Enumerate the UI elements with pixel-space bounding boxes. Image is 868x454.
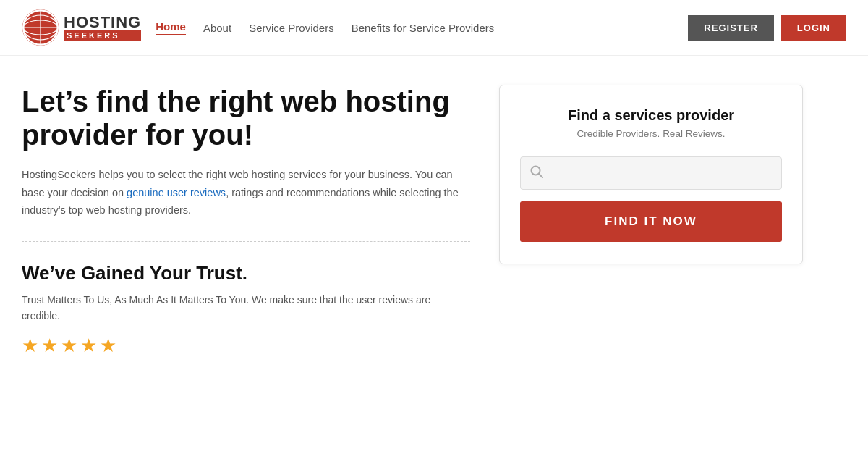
right-column: Find a services provider Credible Provid… xyxy=(499,85,803,357)
navbar: HOSTING SEEKERS Home About Service Provi… xyxy=(0,0,868,56)
star-2: ★ xyxy=(41,335,58,357)
register-button[interactable]: REGISTER xyxy=(688,15,773,41)
nav-links: Home About Service Providers Benefits fo… xyxy=(156,20,688,35)
hero-description: HostingSeekers helps you to select the r… xyxy=(22,166,470,219)
logo-hosting: HOSTING xyxy=(64,14,141,30)
left-column: Let’s find the right web hosting provide… xyxy=(22,85,470,357)
nav-home[interactable]: Home xyxy=(156,20,186,35)
provider-search-input[interactable] xyxy=(520,156,782,190)
section-divider xyxy=(22,241,470,242)
genuine-reviews-link[interactable]: genuine user reviews xyxy=(127,187,226,198)
search-icon xyxy=(530,165,543,181)
star-rating: ★ ★ ★ ★ ★ xyxy=(22,335,470,357)
trust-title: We’ve Gained Your Trust. xyxy=(22,262,470,285)
login-button[interactable]: LOGIN xyxy=(781,15,846,41)
star-1: ★ xyxy=(22,335,38,357)
star-3: ★ xyxy=(61,335,77,357)
logo-seekers: SEEKERS xyxy=(64,30,141,41)
star-5: ★ xyxy=(100,335,116,357)
logo: HOSTING SEEKERS xyxy=(22,9,141,46)
logo-text: HOSTING SEEKERS xyxy=(64,14,141,41)
main-content: Let’s find the right web hosting provide… xyxy=(0,56,868,379)
search-input-wrapper xyxy=(520,156,782,190)
globe-icon xyxy=(22,9,59,46)
svg-line-8 xyxy=(539,174,542,177)
hero-title: Let’s find the right web hosting provide… xyxy=(22,85,470,151)
card-title: Find a services provider xyxy=(520,107,782,124)
nav-about[interactable]: About xyxy=(203,22,231,34)
nav-buttons: REGISTER LOGIN xyxy=(688,15,846,41)
trust-description: Trust Matters To Us, As Much As It Matte… xyxy=(22,292,470,324)
card-subtitle: Credible Providers. Real Reviews. xyxy=(520,128,782,139)
nav-service-providers[interactable]: Service Providers xyxy=(249,22,334,34)
find-it-now-button[interactable]: FIND IT NOW xyxy=(520,201,782,242)
star-4: ★ xyxy=(80,335,97,357)
nav-benefits[interactable]: Benefits for Service Providers xyxy=(352,22,495,34)
search-card: Find a services provider Credible Provid… xyxy=(499,85,803,264)
